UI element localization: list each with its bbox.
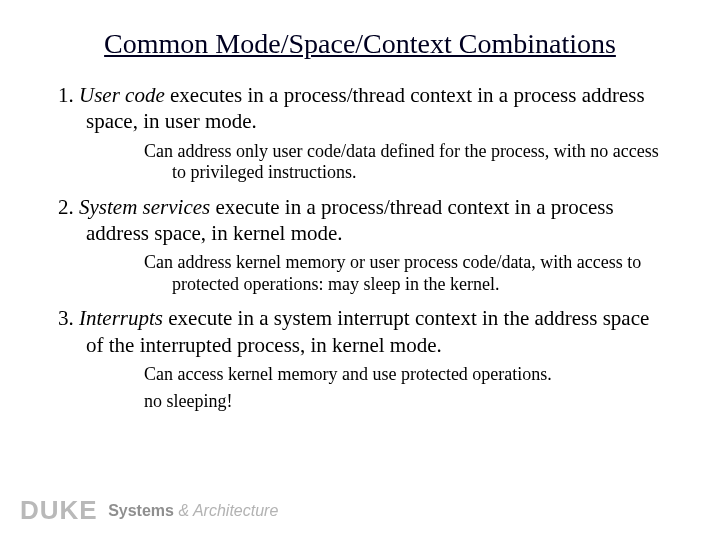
item-number: 3. bbox=[58, 306, 79, 330]
item-sub: Can access kernel memory and use protect… bbox=[144, 364, 662, 386]
item-number: 2. bbox=[58, 195, 79, 219]
item-sub: no sleeping! bbox=[144, 391, 662, 413]
list-item: 1. User code executes in a process/threa… bbox=[58, 82, 662, 184]
item-number: 1. bbox=[58, 83, 79, 107]
item-rest: executes in a process/thread context in … bbox=[86, 83, 645, 133]
footer-systems: Systems bbox=[108, 502, 174, 519]
item-emphasis: System services bbox=[79, 195, 210, 219]
duke-logo-text: DUKE bbox=[20, 495, 98, 525]
footer-architecture: Architecture bbox=[193, 502, 278, 519]
item-sub: Can address only user code/data defined … bbox=[144, 141, 662, 184]
item-lead: 2. System services execute in a process/… bbox=[58, 194, 662, 247]
footer-ampersand: & bbox=[174, 502, 193, 519]
list-item: 2. System services execute in a process/… bbox=[58, 194, 662, 296]
item-lead: 3. Interrupts execute in a system interr… bbox=[58, 305, 662, 358]
footer-branding: DUKE Systems & Architecture bbox=[20, 495, 278, 526]
slide-title: Common Mode/Space/Context Combinations bbox=[58, 28, 662, 60]
list-item: 3. Interrupts execute in a system interr… bbox=[58, 305, 662, 413]
item-emphasis: User code bbox=[79, 83, 165, 107]
slide: Common Mode/Space/Context Combinations 1… bbox=[0, 0, 720, 540]
item-rest: execute in a system interrupt context in… bbox=[86, 306, 649, 356]
item-sub: Can address kernel memory or user proces… bbox=[144, 252, 662, 295]
footer-subtitle: Systems & Architecture bbox=[108, 502, 278, 519]
item-emphasis: Interrupts bbox=[79, 306, 163, 330]
item-lead: 1. User code executes in a process/threa… bbox=[58, 82, 662, 135]
